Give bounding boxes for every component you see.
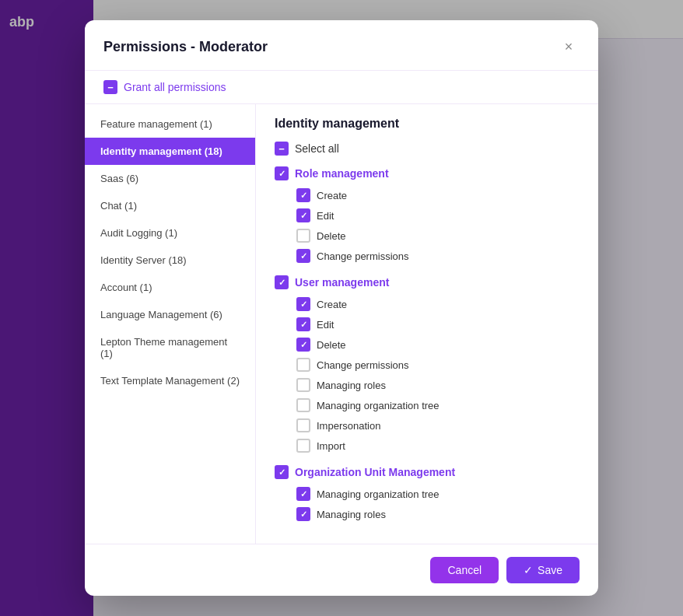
perm-item-role-delete: Delete	[275, 226, 580, 246]
perm-group-org-unit-management: Organization Unit Management Managing or…	[275, 465, 580, 524]
role-change-permissions-label: Change permissions	[317, 250, 409, 262]
left-item-saas[interactable]: Saas (6)	[85, 165, 255, 192]
user-edit-checkbox[interactable]	[296, 317, 310, 331]
perm-item-user-managing-roles: Managing roles	[275, 375, 580, 395]
perm-item-user-impersonation: Impersonation	[275, 415, 580, 436]
perm-group-user-management: User management Create Edit Delete	[275, 275, 580, 456]
role-edit-label: Edit	[317, 210, 334, 222]
role-create-label: Create	[317, 190, 347, 201]
user-managing-roles-checkbox[interactable]	[296, 378, 310, 392]
cancel-button[interactable]: Cancel	[430, 557, 499, 583]
perm-item-user-create: Create	[275, 294, 580, 314]
left-item-chat[interactable]: Chat (1)	[85, 192, 255, 219]
modal-header: Permissions - Moderator ×	[85, 20, 598, 71]
user-managing-org-tree-checkbox[interactable]	[296, 398, 310, 412]
user-create-label: Create	[317, 299, 347, 310]
perm-item-org-managing-org-tree: Managing organization tree	[275, 484, 580, 504]
user-delete-label: Delete	[317, 339, 346, 351]
perm-item-user-change-permissions: Change permissions	[275, 355, 580, 375]
user-managing-roles-label: Managing roles	[317, 380, 386, 391]
save-label: Save	[538, 564, 562, 576]
user-delete-checkbox[interactable]	[296, 338, 310, 352]
perm-item-role-change-permissions: Change permissions	[275, 246, 580, 266]
perm-group-user-management-header: User management	[275, 275, 580, 289]
right-panel: Identity management Select all Role mana…	[256, 104, 598, 544]
role-create-checkbox[interactable]	[296, 188, 310, 202]
user-management-group-label[interactable]: User management	[295, 276, 389, 289]
user-edit-label: Edit	[317, 319, 334, 331]
perm-item-role-edit: Edit	[275, 205, 580, 226]
modal-title: Permissions - Moderator	[103, 39, 268, 55]
grant-all-checkbox[interactable]	[103, 80, 117, 94]
left-item-account[interactable]: Account (1)	[85, 274, 255, 301]
perm-group-role-management: Role management Create Edit Delete	[275, 166, 580, 266]
perm-item-org-managing-roles: Managing roles	[275, 504, 580, 524]
org-managing-roles-checkbox[interactable]	[296, 507, 310, 521]
left-item-feature-management[interactable]: Feature management (1)	[85, 110, 255, 138]
org-managing-org-tree-checkbox[interactable]	[296, 487, 310, 501]
user-management-group-checkbox[interactable]	[275, 275, 289, 289]
left-item-lepton-theme[interactable]: Lepton Theme management (1)	[85, 328, 255, 367]
user-import-label: Import	[317, 440, 345, 452]
user-change-permissions-label: Change permissions	[317, 359, 409, 371]
user-create-checkbox[interactable]	[296, 297, 310, 311]
org-managing-roles-label: Managing roles	[317, 509, 386, 520]
user-import-checkbox[interactable]	[296, 439, 310, 453]
save-button[interactable]: ✓ Save	[506, 557, 580, 583]
grant-all-row: Grant all permissions	[85, 71, 598, 103]
user-impersonation-checkbox[interactable]	[296, 418, 310, 432]
modal-footer: Cancel ✓ Save	[85, 544, 598, 596]
role-change-permissions-checkbox[interactable]	[296, 249, 310, 263]
user-change-permissions-checkbox[interactable]	[296, 358, 310, 372]
left-item-audit-logging[interactable]: Audit Logging (1)	[85, 219, 255, 247]
role-delete-label: Delete	[317, 230, 346, 242]
user-impersonation-label: Impersonation	[317, 420, 380, 432]
role-edit-checkbox[interactable]	[296, 208, 310, 222]
modal-close-button[interactable]: ×	[558, 36, 580, 58]
left-item-identity-server[interactable]: Identity Server (18)	[85, 247, 255, 274]
role-management-group-checkbox[interactable]	[275, 166, 289, 180]
left-item-identity-management[interactable]: Identity management (18)	[85, 138, 255, 165]
modal-body: Grant all permissions Feature management…	[85, 71, 598, 544]
perm-item-user-edit: Edit	[275, 314, 580, 334]
right-panel-title: Identity management	[275, 117, 580, 131]
select-all-checkbox[interactable]	[275, 142, 289, 156]
org-managing-org-tree-label: Managing organization tree	[317, 488, 440, 500]
select-all-row: Select all	[275, 142, 580, 156]
perm-group-org-unit-management-header: Organization Unit Management	[275, 465, 580, 479]
perm-item-user-import: Import	[275, 436, 580, 456]
left-panel: Feature management (1) Identity manageme…	[85, 104, 256, 544]
perm-group-role-management-header: Role management	[275, 166, 580, 180]
left-item-text-template[interactable]: Text Template Management (2)	[85, 367, 255, 394]
select-all-label: Select all	[295, 142, 339, 155]
role-management-group-label[interactable]: Role management	[295, 167, 389, 180]
perm-item-user-delete: Delete	[275, 334, 580, 355]
save-check-icon: ✓	[524, 564, 533, 576]
grant-all-label[interactable]: Grant all permissions	[124, 81, 226, 93]
permissions-modal: Permissions - Moderator × Grant all perm…	[85, 20, 598, 596]
modal-content-area: Feature management (1) Identity manageme…	[85, 103, 598, 544]
user-managing-org-tree-label: Managing organization tree	[317, 400, 440, 411]
perm-item-role-create: Create	[275, 185, 580, 205]
left-item-language-management[interactable]: Language Management (6)	[85, 301, 255, 328]
org-unit-management-group-label[interactable]: Organization Unit Management	[295, 466, 455, 478]
modal-overlay: Permissions - Moderator × Grant all perm…	[0, 0, 683, 616]
org-unit-management-group-checkbox[interactable]	[275, 465, 289, 479]
perm-item-user-managing-org-tree: Managing organization tree	[275, 395, 580, 415]
role-delete-checkbox[interactable]	[296, 229, 310, 243]
